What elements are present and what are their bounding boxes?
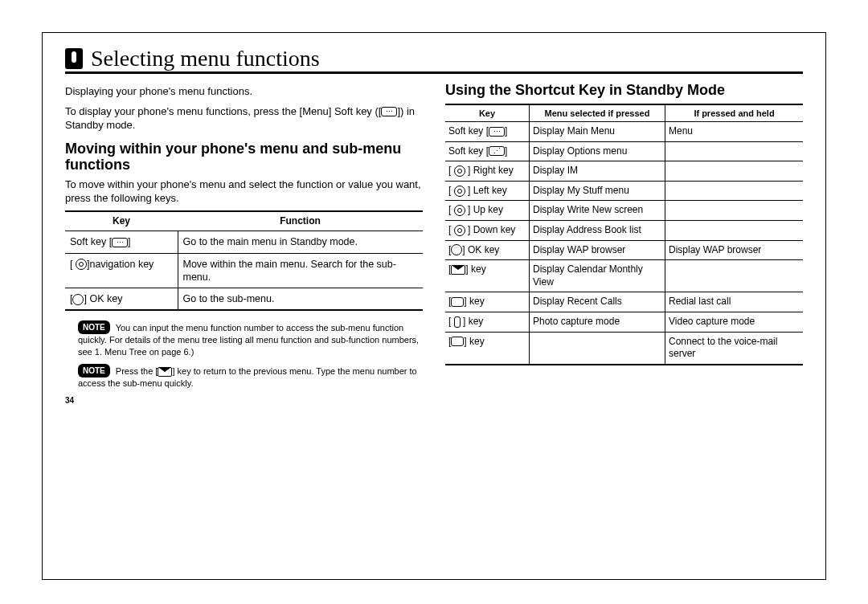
ok-circle-icon	[72, 294, 84, 305]
ok-circle-icon	[451, 244, 462, 255]
envelope-icon	[451, 265, 465, 275]
moving-body: To move within your phone's menu and sel…	[65, 178, 423, 206]
softkey-right-icon: ⋰	[489, 146, 505, 156]
note-1: NOTE You can input the menu function num…	[78, 320, 423, 357]
nav-circle-icon	[454, 205, 465, 216]
intro-line-1: Displaying your phone's menu functions.	[65, 85, 423, 99]
left-column: Displaying your phone's menu functions. …	[65, 82, 423, 568]
page-number: 34	[65, 395, 423, 406]
touch-icon	[65, 48, 83, 69]
right-column: Using the Shortcut Key in Standby Mode K…	[445, 82, 803, 568]
table-row: [] OK keyDisplay WAP browserDisplay WAP …	[445, 240, 803, 260]
note-2: NOTE Press the [] key to return to the p…	[78, 364, 423, 389]
content-columns: Displaying your phone's menu functions. …	[65, 82, 803, 568]
th-function: Function	[178, 211, 423, 231]
softkey-left-icon: ⋯	[489, 127, 505, 137]
back-key-icon	[158, 367, 172, 377]
table-row: [ ]navigation key Move within the main m…	[65, 253, 423, 288]
page-frame: Selecting menu functions Displaying your…	[42, 32, 826, 580]
page: Selecting menu functions Displaying your…	[0, 0, 868, 604]
note-badge: NOTE	[78, 320, 110, 334]
table-row: Soft key [⋯] Go to the main menu in Stan…	[65, 231, 423, 253]
chapter-header: Selecting menu functions	[65, 47, 803, 74]
softkey-left-icon: ⋯	[112, 238, 128, 247]
call-key-icon	[451, 297, 464, 307]
camera-key-icon	[454, 316, 461, 328]
table-row: [ ] Right keyDisplay IM	[445, 161, 803, 182]
softkey-left-icon: ⋯	[381, 107, 397, 116]
nav-circle-icon	[454, 225, 465, 236]
table-row: [ ] keyPhoto capture modeVideo capture m…	[445, 312, 803, 332]
key-function-table: Key Function Soft key [⋯] Go to the main…	[65, 210, 423, 312]
table-row: [] keyDisplay Calendar Monthly View	[445, 260, 803, 292]
table-row: Soft key [⋰]Display Options menu	[445, 141, 803, 161]
intro-line-2: To display your phone's menu functions, …	[65, 105, 423, 133]
note-badge: NOTE	[78, 364, 110, 378]
table-row: [ ] Left keyDisplay My Stuff menu	[445, 181, 803, 201]
call-key-icon	[451, 337, 464, 346]
table-row: [] keyConnect to the voice-mail server	[445, 332, 803, 365]
subheading-moving: Moving within your phone's menu and sub-…	[65, 141, 423, 173]
nav-circle-icon	[454, 165, 465, 177]
th-key: Key	[65, 211, 178, 231]
table-row: [] OK key Go to the sub-menu.	[65, 288, 423, 311]
nav-circle-icon	[76, 259, 87, 270]
table-row: [ ] Up keyDisplay Write New screen	[445, 201, 803, 221]
subheading-shortcut: Using the Shortcut Key in Standby Mode	[445, 82, 803, 99]
th-key: Key	[445, 104, 530, 122]
table-row: [] keyDisplay Recent CallsRedial last ca…	[445, 292, 803, 312]
chapter-title: Selecting menu functions	[91, 47, 320, 70]
table-row: [ ] Down keyDisplay Address Book list	[445, 220, 803, 240]
nav-circle-icon	[454, 186, 465, 197]
shortcut-key-table: Key Menu selected if pressed If pressed …	[445, 104, 803, 365]
th-held: If pressed and held	[665, 104, 804, 122]
th-pressed: Menu selected if pressed	[530, 104, 665, 122]
table-row: Soft key [⋯]Display Main MenuMenu	[445, 121, 803, 141]
